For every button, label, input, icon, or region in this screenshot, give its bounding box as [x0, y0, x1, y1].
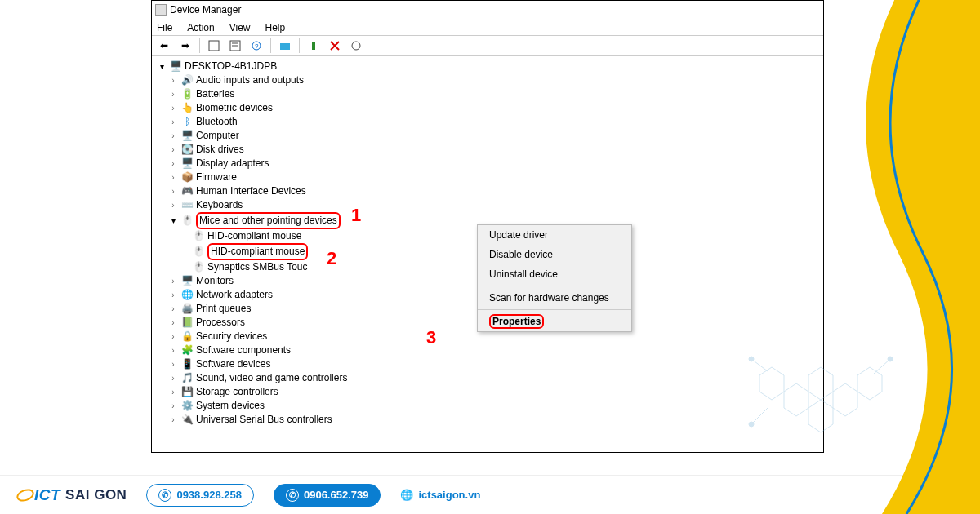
context-scan-hardware[interactable]: Scan for hardware changes — [478, 288, 631, 308]
tree-label: Computer — [196, 129, 239, 143]
system-icon: ⚙️ — [181, 401, 193, 412]
enable-button[interactable] — [305, 38, 323, 54]
tree-item[interactable]: ›🔌Universal Serial Bus controllers — [168, 413, 818, 427]
tree-item[interactable]: ›🎵Sound, video and game controllers — [168, 371, 818, 385]
chevron-right-icon[interactable]: › — [168, 198, 178, 212]
tree-label: Software devices — [196, 357, 270, 371]
tree-item[interactable]: ›ᛒBluetooth — [168, 115, 818, 129]
chevron-right-icon[interactable]: › — [168, 143, 178, 157]
tree-label: Universal Serial Bus controllers — [196, 413, 332, 427]
chevron-right-icon[interactable]: › — [168, 87, 178, 101]
printer-icon: 🖨️ — [181, 304, 193, 315]
menu-view[interactable]: View — [229, 22, 251, 33]
context-disable-device[interactable]: Disable device — [478, 245, 631, 264]
update-button[interactable] — [347, 38, 365, 54]
chevron-right-icon[interactable]: › — [168, 73, 178, 87]
chevron-right-icon[interactable]: › — [168, 385, 178, 399]
mouse-icon: 🖱️ — [181, 215, 193, 227]
tree-label: Human Interface Devices — [196, 184, 306, 198]
tree-label: Print queues — [196, 302, 251, 316]
bluetooth-icon: ᛒ — [181, 117, 193, 128]
keyboard-icon: ⌨️ — [181, 200, 193, 211]
tree-item[interactable]: ›📱Software devices — [168, 357, 818, 371]
menu-help[interactable]: Help — [265, 22, 286, 33]
tree-item[interactable]: ›🔊Audio inputs and outputs — [168, 73, 818, 87]
chevron-right-icon[interactable]: › — [168, 184, 178, 198]
chevron-right-icon[interactable]: › — [168, 288, 178, 302]
monitor-icon: 🖥️ — [181, 276, 193, 287]
svg-text:?: ? — [255, 42, 259, 50]
network-icon: 🌐 — [181, 290, 193, 301]
chevron-right-icon[interactable]: › — [168, 171, 178, 184]
logo-ict: ICT — [34, 486, 60, 504]
tree-label: Storage controllers — [196, 385, 278, 399]
help-button[interactable]: ? — [247, 38, 265, 54]
context-properties[interactable]: Properties — [478, 312, 631, 331]
chevron-right-icon[interactable]: › — [168, 302, 178, 316]
tree-item[interactable]: ›📦Firmware — [168, 171, 818, 184]
svg-line-21 — [751, 408, 768, 424]
back-button[interactable]: ⬅ — [155, 38, 173, 54]
svg-rect-6 — [280, 43, 290, 50]
website[interactable]: 🌐 ictsaigon.vn — [400, 489, 480, 501]
scan-button[interactable] — [276, 38, 294, 54]
chevron-right-icon[interactable]: › — [168, 371, 178, 385]
menu-file[interactable]: File — [157, 22, 172, 33]
tree-label: Bluetooth — [196, 115, 238, 129]
tree-root[interactable]: ▾ 🖥️ DESKTOP-4B1JDPB — [157, 60, 818, 73]
chevron-right-icon[interactable]: › — [168, 129, 178, 143]
tree-label-highlighted: Mice and other pointing devices — [196, 212, 341, 229]
menu-action[interactable]: Action — [187, 22, 214, 33]
tree-item[interactable]: ›🖥️Computer — [168, 129, 818, 143]
chevron-right-icon[interactable]: › — [168, 330, 178, 343]
window-title: Device Manager — [170, 4, 241, 16]
context-uninstall-device[interactable]: Uninstall device — [478, 264, 631, 284]
chevron-right-icon[interactable]: › — [168, 343, 178, 357]
tree-item[interactable]: ›🖥️Display adapters — [168, 157, 818, 171]
root-label: DESKTOP-4B1JDPB — [185, 60, 277, 73]
tree-label: System devices — [196, 399, 265, 413]
chevron-right-icon[interactable]: › — [168, 413, 178, 427]
chevron-right-icon[interactable]: › — [168, 115, 178, 129]
tree-item[interactable]: ›🔋Batteries — [168, 87, 818, 101]
phone-1-label: 0938.928.258 — [176, 489, 242, 501]
chevron-right-icon[interactable]: › — [168, 101, 178, 115]
tree-item[interactable]: ›🎮Human Interface Devices — [168, 184, 818, 198]
tree-label-highlighted: HID-compliant mouse — [207, 243, 308, 260]
tree-item[interactable]: ›⌨️Keyboards — [168, 198, 818, 212]
phone-2-label: 0906.652.739 — [304, 489, 369, 501]
tree-item[interactable]: ›💾Storage controllers — [168, 385, 818, 399]
context-update-driver[interactable]: Update driver — [478, 225, 631, 245]
svg-point-10 — [352, 42, 360, 50]
hid-icon: 🎮 — [181, 186, 193, 197]
tree-label: Security devices — [196, 330, 267, 343]
tree-label: Firmware — [196, 171, 237, 184]
disable-button[interactable] — [326, 38, 344, 54]
chevron-down-icon[interactable]: ▾ — [168, 214, 178, 228]
forward-button[interactable]: ➡ — [176, 38, 194, 54]
show-hidden-button[interactable] — [205, 38, 223, 54]
chevron-right-icon[interactable]: › — [168, 399, 178, 413]
chevron-right-icon[interactable]: › — [168, 157, 178, 171]
tree-item[interactable]: ›💽Disk drives — [168, 143, 818, 157]
properties-button[interactable] — [226, 38, 244, 54]
tree-item[interactable]: ›🧩Software components — [168, 343, 818, 357]
phone-1[interactable]: ✆ 0938.928.258 — [146, 484, 254, 507]
usb-icon: 🔌 — [181, 414, 193, 426]
separator — [478, 286, 631, 286]
device-manager-window: Device Manager File Action View Help ⬅ ➡… — [151, 0, 824, 453]
chevron-right-icon[interactable]: › — [168, 274, 178, 288]
chevron-right-icon[interactable]: › — [168, 316, 178, 330]
svg-marker-14 — [808, 367, 833, 400]
tree-item[interactable]: ›⚙️System devices — [168, 399, 818, 413]
phone-2[interactable]: ✆ 0906.652.739 — [274, 484, 381, 507]
footer: ICT SAI GON ✆ 0938.928.258 ✆ 0906.652.73… — [0, 475, 980, 514]
phone-icon: ✆ — [286, 489, 299, 502]
chevron-right-icon[interactable]: › — [168, 357, 178, 371]
chevron-down-icon[interactable]: ▾ — [157, 60, 167, 73]
tree-item[interactable]: ›👆Biometric devices — [168, 101, 818, 115]
svg-line-23 — [874, 359, 890, 374]
display-icon: 🖥️ — [181, 158, 193, 170]
tree-label: Network adapters — [196, 288, 273, 302]
disk-icon: 💽 — [181, 144, 193, 156]
